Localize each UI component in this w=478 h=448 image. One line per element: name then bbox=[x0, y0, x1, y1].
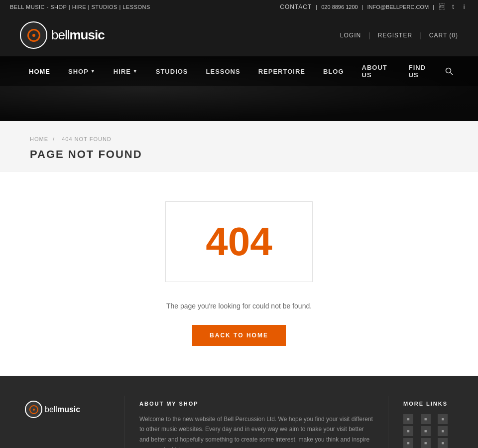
footer-logo-bold: music bbox=[57, 405, 80, 414]
footer-about-title: ABOUT MY SHOP bbox=[139, 401, 373, 407]
register-link[interactable]: REGISTER bbox=[378, 32, 412, 39]
hire-arrow: ▼ bbox=[133, 69, 138, 74]
footer-logo-circle bbox=[25, 401, 42, 418]
error-message: The page you're looking for could not be… bbox=[10, 302, 468, 310]
logo-bold: music bbox=[69, 27, 104, 42]
breadcrumb-area: HOME / 404 NOT FOUND PAGE NOT FOUND bbox=[0, 121, 478, 171]
nav-item-lessons[interactable]: LESSONS bbox=[197, 56, 249, 86]
svg-point-0 bbox=[446, 68, 451, 73]
social-icons-top:  t i bbox=[438, 3, 468, 11]
svg-line-1 bbox=[451, 73, 453, 75]
header-sep-1: | bbox=[368, 31, 370, 39]
nav-item-findus[interactable]: FIND US bbox=[400, 56, 440, 86]
shop-arrow: ▼ bbox=[91, 69, 96, 74]
hero-nav-area: HOME SHOP ▼ HIRE ▼ STUDIOS LESSONS REPER… bbox=[0, 56, 478, 121]
nav-item-home[interactable]: HOME bbox=[20, 56, 59, 86]
top-bar: BELL MUSIC - SHOP | HIRE | STUDIOS | LES… bbox=[0, 0, 478, 14]
footer-link-5[interactable]: ■ bbox=[421, 426, 431, 436]
separator-2: | bbox=[362, 4, 363, 10]
footer-link-3[interactable]: ■ bbox=[438, 414, 448, 424]
breadcrumb-separator: / bbox=[53, 136, 55, 142]
nav-item-repertoire[interactable]: REPERTOIRE bbox=[249, 56, 314, 86]
top-bar-right: CONTACT | 020 8896 1200 | INFO@BELLPERC.… bbox=[280, 3, 468, 11]
footer-link-9[interactable]: ■ bbox=[438, 438, 448, 448]
breadcrumb: HOME / 404 NOT FOUND bbox=[30, 136, 448, 142]
header-sep-2: | bbox=[420, 31, 422, 39]
page-title: PAGE NOT FOUND bbox=[30, 148, 448, 161]
nav-item-hire[interactable]: HIRE ▼ bbox=[105, 56, 147, 86]
footer-link-7[interactable]: ■ bbox=[403, 438, 413, 448]
back-to-home-button[interactable]: BACK TO HOME bbox=[192, 325, 286, 346]
footer-links-col: MORE LINKS ■ ■ ■ ■ ■ ■ ■ ■ ■ bbox=[388, 396, 453, 448]
footer-logo[interactable]: bellmusic bbox=[25, 401, 80, 418]
footer-link-4[interactable]: ■ bbox=[403, 426, 413, 436]
footer-logo-light: bell bbox=[45, 405, 57, 414]
login-link[interactable]: LOGIN bbox=[340, 32, 361, 39]
logo-light: bell bbox=[51, 27, 69, 42]
logo[interactable]: bellmusic bbox=[20, 21, 105, 49]
contact-link[interactable]: CONTACT bbox=[280, 3, 312, 10]
nav-item-about[interactable]: ABOUT US bbox=[353, 56, 400, 86]
footer-about-text: Welcome to the new website of Bell Percu… bbox=[139, 414, 373, 448]
main-content: 404 The page you're looking for could no… bbox=[0, 171, 478, 376]
nav-item-shop[interactable]: SHOP ▼ bbox=[59, 56, 105, 86]
footer-link-8[interactable]: ■ bbox=[421, 438, 431, 448]
separator-1: | bbox=[316, 4, 317, 10]
footer-logo-col: bellmusic bbox=[25, 396, 124, 448]
footer-about-col: ABOUT MY SHOP Welcome to the new website… bbox=[124, 396, 388, 448]
footer-more-links-title: MORE LINKS bbox=[403, 401, 453, 407]
nav-item-studios[interactable]: STUDIOS bbox=[147, 56, 197, 86]
logo-circle bbox=[20, 21, 47, 49]
breadcrumb-home[interactable]: HOME bbox=[30, 136, 48, 142]
instagram-icon-top[interactable]: i bbox=[460, 3, 468, 11]
breadcrumb-current: 404 NOT FOUND bbox=[62, 136, 112, 142]
twitter-icon-top[interactable]: t bbox=[449, 3, 457, 11]
cart-button[interactable]: CART (0) bbox=[429, 32, 458, 39]
footer-link-6[interactable]: ■ bbox=[438, 426, 448, 436]
footer-main: bellmusic ABOUT MY SHOP Welcome to the n… bbox=[0, 376, 478, 448]
footer-links-grid: ■ ■ ■ ■ ■ ■ ■ ■ ■ bbox=[403, 414, 453, 448]
header-right: LOGIN | REGISTER | CART (0) bbox=[340, 31, 458, 39]
footer-link-1[interactable]: ■ bbox=[403, 414, 413, 424]
nav-search-icon[interactable] bbox=[440, 56, 458, 86]
footer-logo-text: bellmusic bbox=[45, 405, 80, 414]
separator-3: | bbox=[433, 4, 434, 10]
site-header: bellmusic LOGIN | REGISTER | CART (0) bbox=[0, 14, 478, 56]
phone-number: 020 8896 1200 bbox=[321, 4, 358, 10]
logo-text: bellmusic bbox=[51, 27, 105, 43]
facebook-icon-top[interactable]:  bbox=[438, 3, 446, 11]
error-box: 404 bbox=[165, 201, 312, 282]
footer: bellmusic ABOUT MY SHOP Welcome to the n… bbox=[0, 376, 478, 448]
footer-link-2[interactable]: ■ bbox=[421, 414, 431, 424]
email-link[interactable]: INFO@BELLPERC.COM bbox=[367, 4, 429, 10]
main-nav: HOME SHOP ▼ HIRE ▼ STUDIOS LESSONS REPER… bbox=[0, 56, 478, 86]
error-code: 404 bbox=[206, 222, 272, 262]
top-bar-brand: BELL MUSIC - SHOP | HIRE | STUDIOS | LES… bbox=[10, 4, 150, 10]
nav-item-blog[interactable]: BLOG bbox=[314, 56, 353, 86]
